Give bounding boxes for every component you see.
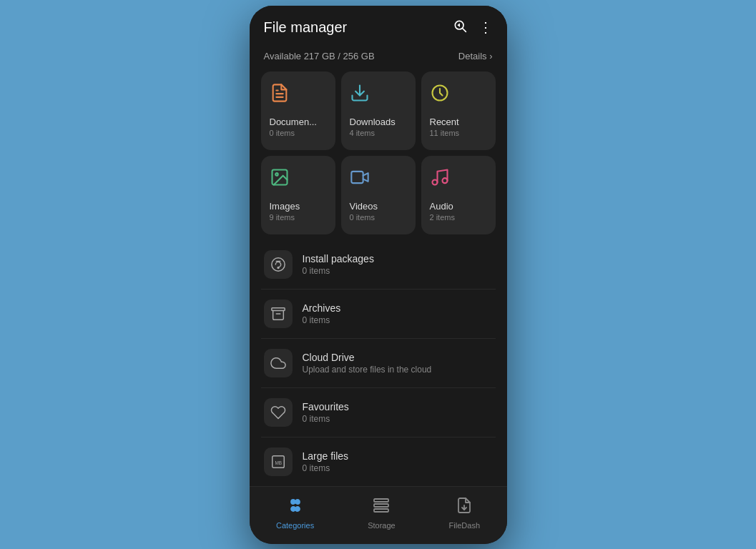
videos-label: Videos xyxy=(350,201,378,212)
more-options-icon[interactable]: ⋮ xyxy=(478,19,493,36)
large-files-name: Large files xyxy=(303,450,349,462)
svg-line-1 xyxy=(462,28,466,31)
archives-text: Archives 0 items xyxy=(303,302,341,325)
svg-rect-25 xyxy=(374,509,388,512)
documents-count: 0 items xyxy=(270,129,295,137)
svg-point-10 xyxy=(275,173,278,176)
favourites-name: Favourites xyxy=(303,401,349,412)
storage-nav-label: Storage xyxy=(368,521,396,530)
install-packages-text: Install packages 0 items xyxy=(303,253,374,276)
cloud-drive-icon xyxy=(264,349,293,377)
favourites-icon xyxy=(264,398,293,427)
audio-count: 2 items xyxy=(430,213,455,222)
audio-label: Audio xyxy=(430,201,453,212)
downloads-icon xyxy=(350,83,370,108)
list-section: Install packages 0 items Archives 0 item… xyxy=(250,240,507,486)
downloads-label: Downloads xyxy=(350,117,396,127)
svg-text:MB: MB xyxy=(275,460,282,465)
app-title: File manager xyxy=(264,19,348,36)
list-item-large-files[interactable]: MB Large files 0 items xyxy=(261,437,496,486)
large-files-icon: MB xyxy=(264,447,293,476)
header-icons: ⋮ xyxy=(453,19,493,36)
svg-rect-23 xyxy=(374,499,388,502)
recent-label: Recent xyxy=(430,117,459,127)
videos-count: 0 items xyxy=(350,213,375,222)
storage-label: Available 217 GB / 256 GB xyxy=(264,51,375,61)
svg-point-22 xyxy=(295,507,300,511)
svg-point-20 xyxy=(295,500,300,504)
recent-count: 11 items xyxy=(430,129,460,137)
grid-item-downloads[interactable]: Downloads 4 items xyxy=(341,71,416,150)
svg-rect-15 xyxy=(271,307,284,310)
nav-item-storage[interactable]: Storage xyxy=(353,494,410,533)
images-count: 9 items xyxy=(270,213,295,222)
favourites-count: 0 items xyxy=(303,414,349,424)
videos-icon xyxy=(350,167,370,192)
archives-name: Archives xyxy=(303,302,341,314)
archives-icon xyxy=(264,300,293,328)
list-item-favourites[interactable]: Favourites 0 items xyxy=(261,388,496,437)
documents-label: Documen... xyxy=(270,117,317,127)
grid-item-recent[interactable]: Recent 11 items xyxy=(421,71,496,150)
recent-icon xyxy=(430,83,450,108)
grid-item-images[interactable]: Images 9 items xyxy=(261,156,335,234)
install-packages-name: Install packages xyxy=(303,253,374,264)
storage-nav-icon xyxy=(373,497,390,518)
svg-point-14 xyxy=(278,267,279,268)
downloads-count: 4 items xyxy=(350,129,375,137)
audio-icon xyxy=(430,167,450,192)
grid-item-documents[interactable]: Documen... 0 items xyxy=(261,71,335,150)
list-item-cloud-drive[interactable]: Cloud Drive Upload and store files in th… xyxy=(261,339,496,388)
category-grid: Documen... 0 items Downloads 4 items xyxy=(250,71,507,234)
grid-item-videos[interactable]: Videos 0 items xyxy=(341,156,416,234)
storage-bar: Available 217 GB / 256 GB Details › xyxy=(250,44,507,71)
categories-nav-icon xyxy=(287,497,304,518)
install-packages-icon xyxy=(264,250,293,279)
phone-container: File manager ⋮ Available 217 GB / 256 GB… xyxy=(250,6,507,544)
svg-point-12 xyxy=(432,179,437,184)
archives-count: 0 items xyxy=(303,315,341,325)
images-icon xyxy=(270,167,290,192)
details-link[interactable]: Details › xyxy=(458,51,493,61)
search-icon[interactable] xyxy=(453,19,467,36)
svg-rect-24 xyxy=(374,504,388,507)
cloud-drive-desc: Upload and store files in the cloud xyxy=(303,365,432,375)
large-files-count: 0 items xyxy=(303,463,349,473)
bottom-nav: Categories Storage FileDa xyxy=(250,486,507,544)
cloud-drive-text: Cloud Drive Upload and store files in th… xyxy=(303,352,432,375)
app-header: File manager ⋮ xyxy=(250,6,507,44)
images-label: Images xyxy=(270,201,300,212)
grid-item-audio[interactable]: Audio 2 items xyxy=(421,156,496,234)
filedash-nav-icon xyxy=(456,497,473,518)
favourites-text: Favourites 0 items xyxy=(303,401,349,424)
list-item-install-packages[interactable]: Install packages 0 items xyxy=(261,240,496,290)
list-item-archives[interactable]: Archives 0 items xyxy=(261,290,496,339)
documents-icon xyxy=(270,83,290,108)
filedash-nav-label: FileDash xyxy=(449,521,480,530)
svg-point-13 xyxy=(442,178,447,183)
nav-item-categories[interactable]: Categories xyxy=(262,494,328,533)
svg-rect-11 xyxy=(351,171,363,182)
nav-item-filedash[interactable]: FileDash xyxy=(435,494,494,533)
categories-nav-label: Categories xyxy=(276,521,314,530)
large-files-text: Large files 0 items xyxy=(303,450,349,473)
cloud-drive-name: Cloud Drive xyxy=(303,352,432,363)
install-packages-count: 0 items xyxy=(303,266,374,276)
